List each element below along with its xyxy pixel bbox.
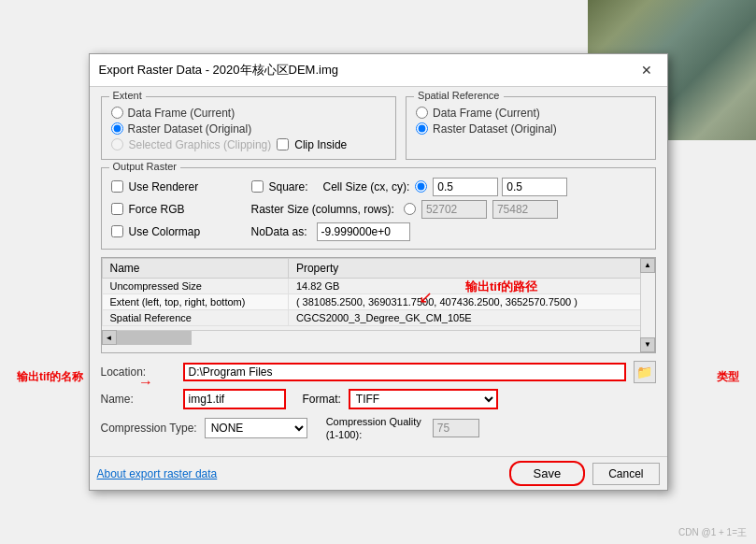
annotation-type: 类型: [717, 369, 739, 385]
nodata-label: NoData as:: [251, 225, 307, 238]
sr-raster-radio[interactable]: [416, 122, 428, 135]
extent-selected-graphics-radio[interactable]: [111, 138, 123, 150]
about-link[interactable]: About export raster data: [97, 467, 218, 480]
output-raster-grid: Use Renderer Square: Cell Size (cx, cy):…: [111, 174, 646, 241]
extent-selected-graphics-label: Selected Graphics (Clipping): [129, 138, 272, 151]
format-label: Format:: [303, 393, 341, 406]
cancel-button[interactable]: Cancel: [592, 463, 659, 485]
name-input[interactable]: img1.tif: [183, 389, 286, 409]
bottom-buttons: Save Cancel: [509, 461, 660, 486]
output-raster-section: Output Raster Use Renderer Square: Cell …: [101, 167, 656, 250]
col-property-header: Property: [288, 258, 654, 278]
sr-data-frame-label: Data Frame (Current): [433, 107, 540, 120]
arrow-path: ↙: [419, 287, 433, 308]
table-cell-property: CGCS2000_3_Degree_GK_CM_105E: [288, 309, 654, 325]
table-row: Extent (left, top, right, bottom)( 38108…: [102, 293, 654, 309]
close-button[interactable]: ✕: [635, 60, 658, 80]
dialog-title: Export Raster Data - 2020年核心区DEM.img: [99, 62, 338, 79]
clip-row: Selected Graphics (Clipping) Clip Inside: [111, 138, 387, 151]
sr-raster-row: Raster Dataset (Original): [416, 122, 645, 136]
bottom-bar: About export raster data Save Cancel: [90, 456, 667, 490]
force-rgb-label: Force RGB: [129, 203, 185, 216]
extent-raster-row: Raster Dataset (Original): [111, 122, 387, 136]
vertical-scrollbar[interactable]: ▲ ▼: [640, 258, 655, 352]
raster-size-row: Raster Size (columns, rows): 52702 75482: [251, 200, 646, 219]
cdn-note: CDN @1 + 1=王: [678, 526, 747, 539]
header-row: Name Property: [102, 258, 654, 278]
table-body: Uncompressed Size14.82 GBExtent (left, t…: [102, 278, 654, 325]
export-raster-dialog: Export Raster Data - 2020年核心区DEM.img ✕ E…: [89, 53, 668, 492]
name-label: Name:: [101, 393, 176, 406]
format-select[interactable]: TIFFBMPENVIESRI BILESRI BSQGIFGRIDIMAGIN…: [349, 389, 498, 409]
raster-rows-input[interactable]: 75482: [492, 200, 558, 219]
annotation-output-name: 输出tif的名称: [17, 369, 83, 385]
table-cell-name: Spatial Reference: [102, 309, 288, 325]
compression-quality-label: Compression Quality (1-100):: [326, 415, 421, 442]
scroll-up-button[interactable]: ▲: [640, 258, 655, 273]
dialog-body: Extent Data Frame (Current) Raster Datas…: [90, 87, 667, 457]
use-colormap-label: Use Colormap: [129, 225, 201, 238]
horiz-scroll-track[interactable]: [117, 331, 640, 345]
use-renderer-label: Use Renderer: [129, 180, 199, 193]
scroll-left-button[interactable]: ◄: [102, 330, 117, 345]
extent-raster-radio[interactable]: [111, 122, 123, 135]
force-rgb-checkbox[interactable]: [111, 203, 123, 215]
use-colormap-checkbox[interactable]: [111, 225, 123, 237]
save-button[interactable]: Save: [509, 461, 586, 486]
scroll-down-button[interactable]: ▼: [640, 337, 655, 352]
annotation-output-path: 输出tif的路径: [465, 279, 537, 295]
table-cell-property: ( 381085.2500, 3690311.7500, 407436.2500…: [288, 293, 654, 309]
title-bar: Export Raster Data - 2020年核心区DEM.img ✕: [90, 54, 667, 87]
use-colormap-row: Use Colormap: [111, 222, 251, 241]
extent-data-frame-row: Data Frame (Current): [111, 107, 387, 120]
square-checkbox[interactable]: [251, 180, 264, 193]
extent-label: Extent: [109, 90, 146, 101]
extent-data-frame-radio[interactable]: [111, 107, 123, 119]
square-label: Square:: [269, 180, 308, 193]
sr-data-frame-radio[interactable]: [416, 107, 428, 119]
sr-data-frame-row: Data Frame (Current): [416, 107, 645, 120]
cell-size-row: Square: Cell Size (cx, cy): 0.5 0.5: [251, 178, 646, 196]
clip-inside-checkbox[interactable]: [277, 138, 289, 150]
clip-inside-label: Clip Inside: [294, 138, 347, 151]
spatial-reference-group: Spatial Reference Data Frame (Current) R…: [406, 96, 655, 160]
extent-raster-label: Raster Dataset (Original): [128, 122, 252, 136]
top-section-row: Extent Data Frame (Current) Raster Datas…: [101, 96, 656, 160]
raster-size-radio[interactable]: [404, 203, 416, 215]
table-with-scroll: Name Property Uncompressed Size14.82 GBE…: [102, 258, 655, 330]
data-table-container: Name Property Uncompressed Size14.82 GBE…: [101, 257, 656, 353]
horizontal-scrollbar[interactable]: ◄ ►: [102, 330, 655, 345]
nodata-input[interactable]: -9.999000e+0: [317, 222, 410, 241]
cell-size-y-input[interactable]: 0.5: [502, 178, 567, 196]
horiz-scroll-thumb[interactable]: [117, 331, 192, 345]
table-row: Uncompressed Size14.82 GB: [102, 278, 654, 293]
col-name-header: Name: [102, 258, 288, 278]
output-raster-label: Output Raster: [109, 161, 180, 172]
cell-size-label: Cell Size (cx, cy):: [323, 180, 410, 193]
compression-label: Compression Type:: [101, 422, 197, 435]
table-row: Spatial ReferenceCGCS2000_3_Degree_GK_CM…: [102, 309, 654, 325]
cell-size-radio[interactable]: [415, 180, 427, 193]
table-cell-name: Extent (left, top, right, bottom): [102, 293, 288, 309]
compression-quality-input[interactable]: 75: [433, 419, 479, 437]
page-wrapper: 输出tif的路径 ↙ 输出tif的名称 → 类型 Export Raster D…: [0, 0, 756, 544]
scroll-track[interactable]: [641, 273, 655, 337]
folder-icon: 📁: [636, 365, 652, 379]
property-table: Name Property Uncompressed Size14.82 GBE…: [102, 258, 655, 326]
table-cell-name: Uncompressed Size: [102, 278, 288, 293]
location-row: Location: D:\Program Files 📁: [101, 361, 656, 383]
cell-size-x-input[interactable]: 0.5: [433, 178, 498, 196]
location-input[interactable]: D:\Program Files: [183, 363, 626, 381]
arrow-name: →: [138, 374, 153, 391]
extent-data-frame-label: Data Frame (Current): [128, 107, 235, 120]
name-format-row: Name: img1.tif Format: TIFFBMPENVIESRI B…: [101, 389, 656, 409]
sr-raster-label: Raster Dataset (Original): [433, 122, 557, 136]
compression-select[interactable]: NONELZWJPEGDEFLATEPACKBITS: [205, 418, 307, 438]
cell-size-inputs: 0.5 0.5: [433, 178, 567, 196]
folder-button[interactable]: 📁: [634, 361, 656, 383]
raster-cols-input[interactable]: 52702: [421, 200, 487, 219]
extent-group: Extent Data Frame (Current) Raster Datas…: [101, 96, 397, 160]
compression-row: Compression Type: NONELZWJPEGDEFLATEPACK…: [101, 415, 656, 442]
use-renderer-checkbox[interactable]: [111, 180, 123, 193]
nodata-row: NoData as: -9.999000e+0: [251, 222, 646, 241]
